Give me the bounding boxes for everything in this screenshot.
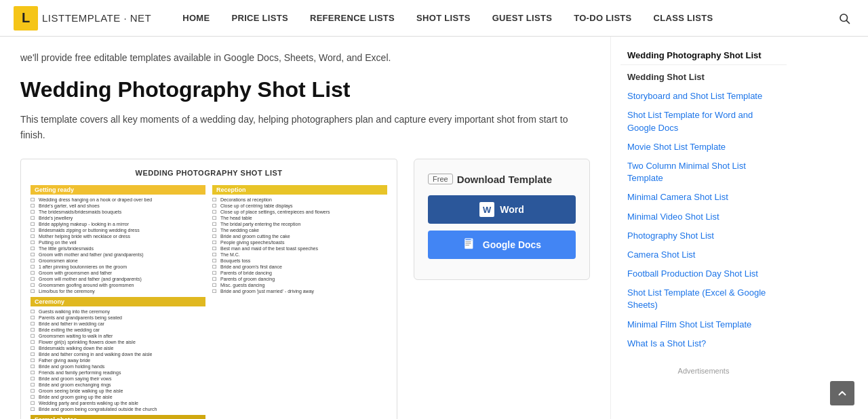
preview-item: Decorations at reception	[212, 197, 387, 203]
search-icon[interactable]	[834, 8, 854, 28]
preview-item: Bride's jewellery	[31, 215, 205, 221]
gdocs-download-button[interactable]: Google Docs	[428, 231, 576, 259]
word-icon: W	[479, 202, 494, 217]
nav-guest-lists[interactable]: GUEST LISTS	[481, 0, 564, 37]
download-box: FreeDownload Template W Word	[414, 159, 590, 281]
preview-item: Bride and groom cutting the cake	[212, 233, 387, 239]
nav-reference-lists[interactable]: REFERENCE LISTS	[299, 0, 406, 37]
preview-item: The bridesmaids/bridesmaids bouquets	[31, 209, 205, 215]
nav-shot-lists[interactable]: SHOT LISTS	[406, 0, 481, 37]
sidebar-link-minimal-film[interactable]: Minimal Film Shot List Template	[620, 315, 787, 334]
sidebar-link-photography[interactable]: Photography Shot List	[620, 226, 787, 245]
sidebar-link-two-column-minimal[interactable]: Two Column Minimal Shot List Template	[620, 157, 787, 188]
ads-label: Advertisements	[620, 367, 787, 375]
nav-price-lists[interactable]: PRICE LISTS	[220, 0, 298, 37]
preview-item: Bride and father in wedding car	[31, 321, 205, 327]
page-heading: Wedding Photography Shot List	[20, 77, 590, 102]
preview-item: 1 after pinning boutonnieres on the groo…	[31, 264, 205, 270]
preview-section-getting-ready: Getting ready	[31, 185, 205, 195]
nav-links: HOME PRICE LISTS REFERENCE LISTS SHOT LI…	[172, 0, 834, 37]
preview-item: Bride and groom holding hands	[31, 363, 205, 370]
preview-item: Mother helping bride with necklace or dr…	[31, 233, 205, 239]
svg-rect-4	[465, 241, 471, 242]
preview-item: Misc. guests dancing	[212, 282, 387, 288]
logo-icon: L	[14, 6, 38, 31]
sidebar-link-shot-list-template-word[interactable]: Shot List Template for Word and Google D…	[620, 106, 787, 137]
nav-home[interactable]: HOME	[172, 0, 220, 37]
preview-title: WEDDING PHOTOGRAPHY SHOT LIST	[31, 169, 387, 177]
preview-item: The little girls/bridesmaids	[31, 245, 205, 252]
preview-item: Parents of groom dancing	[212, 276, 387, 282]
preview-item: Close up of centring table displays	[212, 203, 387, 209]
preview-item: Bride and groom being congratulated outs…	[31, 406, 205, 412]
preview-item: Bride's garter, veil and shoes	[31, 203, 205, 209]
svg-rect-6	[465, 245, 469, 245]
preview-item: Bride and groom's first dance	[212, 264, 387, 270]
page-wrapper: we'll provide free editable templates av…	[7, 37, 861, 419]
sidebar-heading: Wedding Photography Shot List	[620, 46, 787, 65]
logo-text: LISTTEMPLATE · net	[42, 12, 151, 24]
preview-item: Groomsmen waiting to walk in after	[31, 333, 205, 339]
word-btn-label: Word	[500, 204, 524, 215]
preview-item: Bride exiting the wedding car	[31, 327, 205, 333]
preview-item: Groom with mother and father (and grandp…	[31, 252, 205, 258]
sidebar-link-excel-google-sheets[interactable]: Shot List Template (Excel & Google Sheet…	[620, 283, 787, 315]
preview-item: Best man and maid of the best toast spee…	[212, 245, 387, 252]
preview-item: Bride and groom 'just married' - driving…	[212, 288, 387, 294]
preview-item: Bridesmaids zipping or buttoning wedding…	[31, 227, 205, 233]
preview-item: Wedding party and parents walking up the…	[31, 400, 205, 406]
navbar: L LISTTEMPLATE · net HOME PRICE LISTS RE…	[0, 0, 868, 37]
nav-class-lists[interactable]: CLASS LISTS	[643, 0, 724, 37]
download-header: FreeDownload Template	[428, 173, 576, 185]
gdocs-icon	[462, 237, 477, 252]
preview-item: Close up of place settings, centrepieces…	[212, 209, 387, 215]
preview-item: Bride and groom going up the aisle	[31, 394, 205, 400]
sidebar-link-storyboard[interactable]: Storyboard and Shot List Template	[620, 87, 787, 106]
preview-item: The head table	[212, 215, 387, 221]
preview-item: Bouquets toss	[212, 258, 387, 264]
svg-rect-3	[465, 239, 471, 241]
preview-item: Groom seeing bride walking up the aisle	[31, 388, 205, 394]
preview-item: Groomsmen alone	[31, 258, 205, 264]
preview-item: Father giving away bride	[31, 357, 205, 363]
preview-item: People giving speeches/toasts	[212, 239, 387, 245]
description-text: This template covers all key moments of …	[20, 112, 590, 143]
sidebar-link-camera[interactable]: Camera Shot List	[620, 245, 787, 264]
sidebar-link-minimal-camera[interactable]: Minimal Camera Shot List	[620, 188, 787, 207]
preview-item: Bridesmaids walking down the aisle	[31, 345, 205, 351]
gdocs-btn-label: Google Docs	[483, 239, 541, 250]
sidebar-link-football[interactable]: Football Production Day Shot List	[620, 264, 787, 283]
preview-item: The wedding cake	[212, 227, 387, 233]
download-title: Download Template	[457, 173, 553, 184]
preview-item: The M.C.	[212, 252, 387, 258]
preview-item: Groomsmen goofing around with groomsmen	[31, 282, 205, 288]
sidebar: Wedding Photography Shot List Wedding Sh…	[610, 37, 787, 419]
preview-item: Putting on the veil	[31, 239, 205, 245]
preview-section-reception: Reception	[212, 185, 387, 195]
sidebar-link-minimal-video[interactable]: Minimal Video Shot List	[620, 207, 787, 226]
sidebar-link-movie-shot-list[interactable]: Movie Shot List Template	[620, 138, 787, 157]
template-area: WEDDING PHOTOGRAPHY SHOT LIST Getting re…	[20, 159, 590, 419]
word-download-button[interactable]: W Word	[428, 195, 576, 224]
preview-item: Bride and groom exchanging rings	[31, 382, 205, 388]
preview-item: Parents of bride dancing	[212, 270, 387, 276]
nav-todo-lists[interactable]: TO-DO LISTS	[563, 0, 642, 37]
intro-text: we'll provide free editable templates av…	[20, 50, 590, 65]
svg-line-1	[846, 20, 849, 23]
preview-item: Flower girl(s) sprinkling flowers down t…	[31, 339, 205, 345]
free-badge: Free	[428, 174, 453, 184]
logo[interactable]: L LISTTEMPLATE · net	[14, 6, 151, 31]
template-preview: WEDDING PHOTOGRAPHY SHOT LIST Getting re…	[20, 159, 397, 419]
sidebar-link-what-is-shot-list[interactable]: What Is a Shot List?	[620, 334, 787, 353]
preview-item: Parents and grandparents being seated	[31, 315, 205, 321]
preview-item: Limo/bus for the ceremony	[31, 288, 205, 294]
preview-item: Guests walking into the ceremony	[31, 308, 205, 315]
preview-item: Wedding dress hanging on a hook or drape…	[31, 197, 205, 203]
sidebar-link-wedding-shot-list[interactable]: Wedding Shot List	[620, 68, 787, 87]
preview-item: Groom with groomsmen and father	[31, 270, 205, 276]
preview-item: Bride and groom saying their vows	[31, 376, 205, 382]
scroll-up-button[interactable]	[830, 381, 854, 405]
svg-rect-5	[465, 243, 471, 244]
preview-section-ceremony: Ceremony	[31, 297, 205, 306]
preview-item: The bridal party entering the reception	[212, 221, 387, 227]
